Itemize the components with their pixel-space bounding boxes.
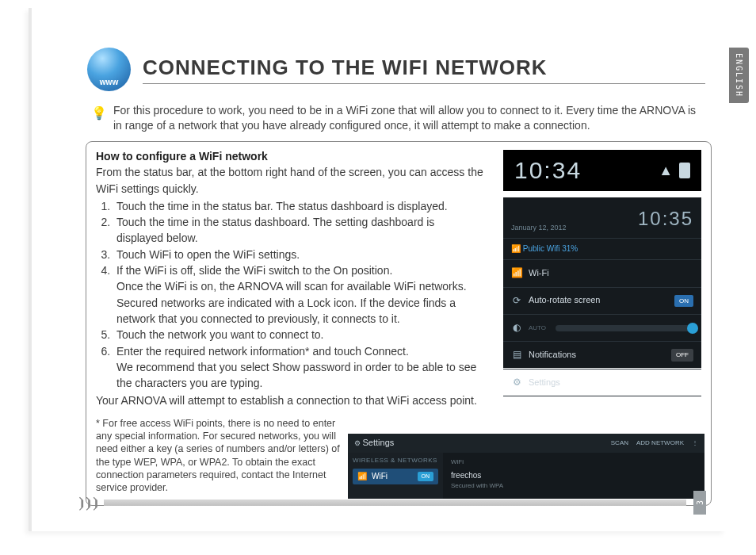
step-1: Touch the time in the status bar. The st…	[113, 198, 484, 214]
screenshot-settings: ⚙ Settings SCAN ADD NETWORK ⋮ WIRELESS &…	[348, 434, 704, 499]
wifi-icon: ▲	[659, 160, 673, 181]
config-heading: How to configure a WiFi network	[96, 148, 484, 164]
dashboard-time: 10:35	[638, 205, 693, 233]
brightness-slider	[556, 325, 693, 331]
globe-icon	[87, 48, 131, 91]
row-brightness: ◐AUTO	[503, 315, 701, 342]
step-4b: Secured networks are indicated with a Lo…	[116, 295, 484, 327]
settings-title: Settings	[363, 437, 395, 450]
settings-icon: ⚙	[354, 438, 361, 449]
dashboard-date: January 12, 2012	[511, 223, 567, 233]
config-box: How to configure a WiFi network From the…	[86, 141, 712, 506]
wifi-icon: 📶	[511, 266, 522, 280]
step-3: Touch WiFi to open the WiFi settings.	[113, 247, 484, 262]
brightness-icon: ◐	[511, 321, 522, 335]
toggle-off: OFF	[671, 349, 693, 362]
footer-line	[104, 500, 686, 506]
statusbar-time: 10:34	[514, 153, 582, 188]
step-2: Touch the time in the status dashboard. …	[113, 214, 484, 247]
row-autorotate: ⟳Auto-rotate screenON	[503, 288, 701, 315]
public-wifi-row: 📶 Public Wifi 31%	[503, 239, 701, 261]
section-label: WIRELESS & NETWORKS	[353, 456, 438, 465]
add-network-label: ADD NETWORK	[636, 438, 684, 448]
row-settings: ⚙Settings	[503, 369, 701, 396]
screenshot-dashboard: January 12, 2012 10:35 📶 Public Wifi 31%…	[503, 197, 701, 368]
scan-label: SCAN	[611, 438, 628, 448]
notifications-icon: ▤	[511, 348, 522, 362]
intro-text: For this procedure to work, you need to …	[113, 103, 705, 133]
step-4a: Once the WiFi is on, the ARNOVA will sca…	[116, 278, 484, 294]
row-wifi: 📶Wi-Fi	[503, 260, 701, 287]
rotate-icon: ⟳	[511, 294, 522, 308]
config-lead: From the status bar, at the bottom right…	[96, 164, 484, 197]
step-4: If the WiFi is off, slide the WiFi switc…	[113, 262, 484, 327]
step-6a: We recommend that you select Show passwo…	[116, 359, 484, 392]
step-5: Touch the network you want to connect to…	[113, 327, 484, 343]
wifi-icon: 📶	[357, 471, 367, 483]
page-title: CONNECTING TO THE WIFI NETWORK	[143, 56, 705, 84]
step-6: Enter the required network information* …	[113, 343, 484, 392]
menu-icon: ⋮	[692, 438, 698, 448]
language-tab: ENGLISH	[729, 48, 749, 103]
page-number: 3	[693, 491, 706, 515]
toggle-on: ON	[674, 295, 693, 308]
footnote: * For free access WiFi points, there is …	[96, 417, 342, 495]
network-item: freechos Secured with WPA	[451, 470, 697, 491]
lightbulb-icon: 💡	[91, 103, 105, 133]
settings-icon: ⚙	[511, 376, 522, 389]
footer-bar: ⦘⦘⦘ 3	[78, 496, 712, 509]
config-closing: Your ARNOVA will attempt to establish a …	[96, 392, 484, 408]
row-notifications: ▤NotificationsOFF	[503, 342, 701, 369]
wifi-sidebar-item: 📶 WiFi ON	[353, 469, 438, 485]
panel-label: WiFi	[451, 457, 697, 467]
battery-icon	[679, 163, 690, 178]
screenshot-statusbar: 10:34 ▲	[503, 150, 701, 191]
wifi-toggle: ON	[418, 472, 434, 481]
decor-stripes: ⦘⦘⦘	[78, 495, 99, 511]
